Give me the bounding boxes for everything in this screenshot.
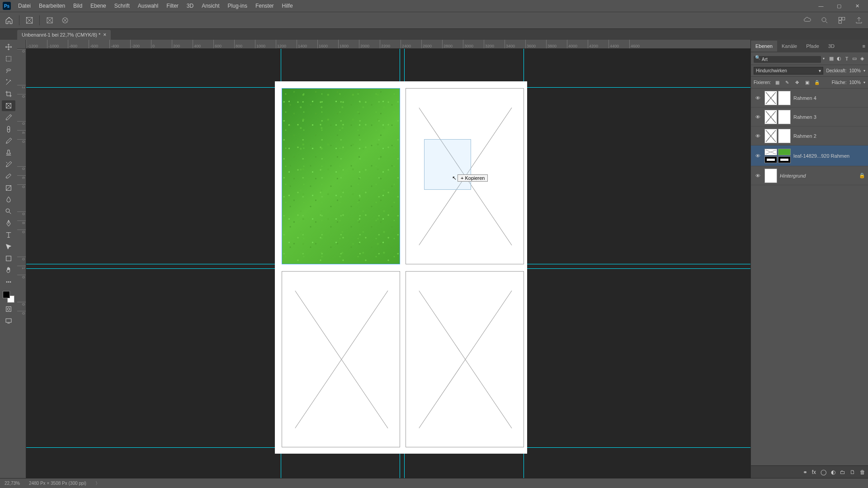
fill-value[interactable]: 100%	[849, 80, 861, 85]
frame-thumb-icon[interactable]	[764, 149, 777, 155]
search-icon[interactable]	[819, 15, 830, 26]
frame-tool-icon[interactable]	[24, 15, 35, 26]
stamp-tool[interactable]	[2, 147, 15, 158]
artboard[interactable]	[275, 81, 527, 454]
chevron-down-icon[interactable]: ▾	[863, 80, 865, 84]
menu-edit[interactable]: Bearbeiten	[35, 1, 69, 11]
home-icon[interactable]	[4, 15, 14, 26]
lock-all-icon[interactable]: 🔒	[813, 79, 821, 86]
eraser-tool[interactable]	[2, 171, 15, 182]
close-icon[interactable]: ×	[103, 32, 106, 38]
marquee-tool[interactable]	[2, 53, 15, 64]
image-thumb-icon[interactable]	[778, 149, 791, 155]
screenmode-tool[interactable]	[2, 315, 15, 326]
layer-row[interactable]: 👁Rahmen 3	[751, 108, 868, 127]
chevron-down-icon[interactable]: ▾	[863, 69, 865, 73]
frame-thumb-icon[interactable]	[764, 91, 777, 105]
visibility-eye-icon[interactable]: 👁	[754, 95, 762, 101]
move-tool[interactable]	[2, 42, 15, 52]
cloud-docs-icon[interactable]	[802, 15, 813, 26]
window-close[interactable]: ✕	[849, 1, 865, 10]
layer-thumb-icon[interactable]	[764, 169, 777, 183]
filter-smart-icon[interactable]: ◈	[859, 55, 865, 63]
layer-name[interactable]: Rahmen 2	[793, 133, 865, 139]
content-thumb-icon[interactable]	[778, 129, 791, 143]
workspace-icon[interactable]	[836, 15, 847, 26]
type-tool[interactable]	[2, 230, 15, 240]
quickmask-tool[interactable]	[2, 304, 15, 314]
filter-type-icon[interactable]: T	[844, 55, 849, 63]
menu-select[interactable]: Auswahl	[134, 1, 162, 11]
filter-shape-icon[interactable]: ▭	[852, 55, 858, 63]
adjustment-icon[interactable]: ◐	[831, 469, 835, 475]
foreground-color-swatch[interactable]	[3, 291, 10, 298]
chevron-down-icon[interactable]: ▾	[823, 56, 825, 61]
tab-channels[interactable]: Kanäle	[777, 41, 802, 52]
new-layer-icon[interactable]: 🗋	[850, 469, 855, 475]
lock-icon[interactable]: 🔒	[859, 173, 865, 178]
ruler-vertical[interactable]: 02004006008001000	[17, 49, 26, 478]
status-zoom[interactable]: 22,73%	[5, 481, 20, 486]
group-icon[interactable]: 🗀	[840, 469, 845, 475]
layer-name[interactable]: Hintergrund	[780, 173, 856, 178]
lock-position-icon[interactable]: ✥	[793, 79, 801, 86]
frame-thumb-icon[interactable]	[764, 129, 777, 143]
content-thumb-icon[interactable]	[778, 110, 791, 124]
menu-file[interactable]: Datei	[14, 1, 34, 11]
blur-tool[interactable]	[2, 194, 15, 205]
layer-row[interactable]: 👁Hintergrund🔒	[751, 166, 868, 185]
visibility-eye-icon[interactable]: 👁	[754, 114, 762, 120]
path-select-tool[interactable]	[2, 241, 15, 252]
crop-tool[interactable]	[2, 89, 15, 99]
layer-row[interactable]: 👁leaf-14829...920 Rahmen	[751, 145, 868, 166]
layer-name[interactable]: Rahmen 4	[793, 95, 865, 101]
menu-type[interactable]: Schrift	[111, 1, 133, 11]
menu-view[interactable]: Ansicht	[198, 1, 223, 11]
menu-image[interactable]: Bild	[70, 1, 86, 11]
tab-layers[interactable]: Ebenen	[751, 41, 777, 52]
lock-artboard-icon[interactable]: ▣	[803, 79, 811, 86]
gradient-tool[interactable]	[2, 183, 15, 193]
visibility-eye-icon[interactable]: 👁	[754, 173, 762, 178]
color-swatches[interactable]	[3, 291, 14, 303]
dodge-tool[interactable]	[2, 206, 15, 217]
frame-3[interactable]	[282, 271, 400, 447]
content-thumb-icon[interactable]	[778, 91, 791, 105]
canvas-area[interactable]: -1200-1000-800-600-400-20002004006008001…	[17, 40, 750, 478]
frame-4[interactable]	[406, 271, 524, 447]
layer-row[interactable]: 👁Rahmen 2	[751, 127, 868, 145]
ruler-horizontal[interactable]: -1200-1000-800-600-400-20002004006008001…	[26, 40, 750, 49]
eyedropper-tool[interactable]	[2, 112, 15, 123]
mask-thumb-icon[interactable]	[778, 156, 791, 163]
menu-layer[interactable]: Ebene	[87, 1, 110, 11]
menu-plugins[interactable]: Plug-ins	[224, 1, 251, 11]
brush-tool[interactable]	[2, 136, 15, 146]
tab-3d[interactable]: 3D	[824, 41, 839, 52]
ruler-origin[interactable]	[17, 40, 26, 49]
layer-name[interactable]: Rahmen 3	[793, 114, 865, 120]
hand-tool[interactable]	[2, 265, 15, 276]
window-minimize[interactable]: —	[813, 1, 829, 10]
delete-icon[interactable]: 🗑	[860, 469, 865, 475]
healing-tool[interactable]	[2, 124, 15, 135]
filter-pixel-icon[interactable]: ▦	[828, 55, 834, 63]
menu-window[interactable]: Fenster	[252, 1, 278, 11]
share-icon[interactable]	[854, 15, 864, 26]
visibility-eye-icon[interactable]: 👁	[754, 133, 762, 139]
status-info[interactable]: 2480 Px × 3508 Px (300 ppi)	[29, 481, 86, 486]
status-chevron-icon[interactable]: 〉	[95, 480, 100, 487]
mask-thumb-icon[interactable]	[764, 156, 777, 163]
menu-filter[interactable]: Filter	[163, 1, 182, 11]
magic-wand-tool[interactable]	[2, 77, 15, 88]
frame-1[interactable]	[282, 88, 400, 264]
fx-icon[interactable]: fx	[812, 469, 816, 475]
frame-thumb-icon[interactable]	[764, 110, 777, 124]
window-maximize[interactable]: ▢	[831, 1, 847, 10]
history-brush-tool[interactable]	[2, 159, 15, 170]
visibility-eye-icon[interactable]: 👁	[754, 153, 762, 159]
lock-pixels-icon[interactable]: ✎	[783, 79, 791, 86]
panel-menu-icon[interactable]: ≡	[860, 43, 868, 49]
menu-3d[interactable]: 3D	[183, 1, 197, 11]
layer-kind-filter[interactable]	[754, 56, 821, 63]
blend-mode-select[interactable]: Hindurchwirken▾	[754, 67, 823, 75]
